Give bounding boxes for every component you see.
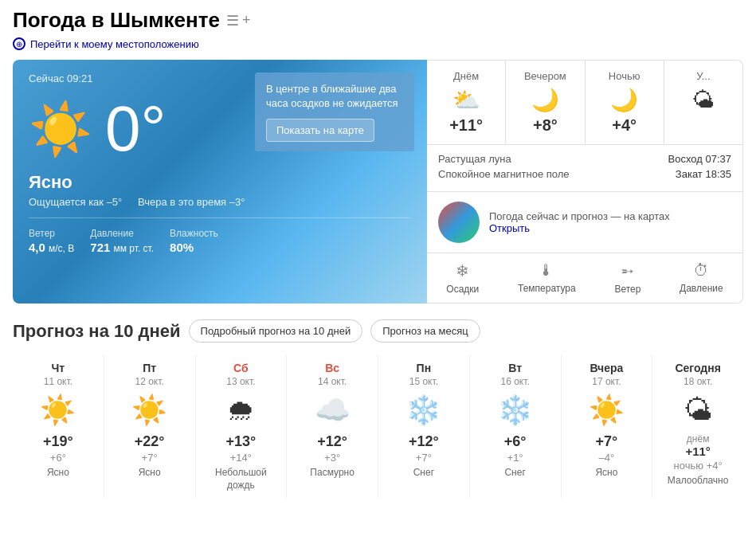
day-low: +14°: [201, 452, 282, 464]
period-night: Ночью 🌙 +4°: [586, 61, 664, 144]
header-icons: ☰ +: [226, 12, 251, 29]
feels-like: Ощущается как –5° Вчера в это время –3°: [29, 196, 411, 208]
forecast-section: Прогноз на 10 дней Подробный прогноз на …: [13, 319, 743, 498]
day-icon: 🌤: [657, 394, 738, 427]
moon-row: Растущая луна Восход 07:37 Спокойное маг…: [427, 145, 742, 192]
evening-icon: 🌙: [514, 87, 576, 113]
day-low: –4°: [566, 452, 648, 464]
precipitation-icon-item[interactable]: ❄ Осадки: [446, 261, 479, 295]
forecast-day: Пт 12 окт. ☀️ +22° +7° Ясно: [104, 355, 196, 498]
wind-icon-item[interactable]: ➵ Ветер: [614, 261, 640, 295]
pressure-value: 721 мм рт. ст.: [90, 241, 154, 254]
morning-icon: 🌤: [672, 87, 734, 113]
list-icon[interactable]: ☰: [226, 12, 239, 29]
day-icon: ❄️: [475, 394, 556, 427]
forecast-day: Сегодня 18 окт. 🌤 днём +11° ночью +4° Ма…: [652, 355, 743, 498]
day-name: Пт: [109, 362, 190, 374]
daytime-icon: ⛅: [435, 87, 497, 113]
day-low: +7°: [383, 452, 464, 464]
pressure-icon-item[interactable]: ⏱ Давление: [680, 261, 723, 295]
temperature-icon-item[interactable]: 🌡 Температура: [518, 261, 576, 295]
day-condition: Ясно: [109, 467, 190, 480]
current-temp: 0°: [105, 92, 166, 166]
wind-value: 4,0 м/с, В: [29, 241, 74, 254]
day-high: +11°: [657, 444, 738, 458]
forecast-days: Чт 11 окт. ☀️ +19° +6° Ясно Пт 12 окт. ☀…: [13, 355, 743, 498]
location-icon: ⊕: [13, 37, 25, 50]
forecast-day: Вс 14 окт. ☁️ +12° +3° Пасмурно: [287, 355, 378, 498]
day-high: +7°: [566, 433, 648, 450]
day-name: Вчера: [566, 362, 648, 374]
forecast-day: Вт 16 окт. ❄️ +6° +1° Снег: [470, 355, 562, 498]
day-name: Чт: [18, 362, 99, 374]
day-condition: Снег: [475, 467, 556, 480]
forecast-popup: В центре в ближайшие два часа осадков не…: [255, 72, 414, 151]
day-icon: 🌧: [201, 394, 282, 427]
forecast-header: Прогноз на 10 дней Подробный прогноз на …: [13, 319, 743, 343]
day-date: 14 окт.: [292, 376, 373, 387]
day-name: Сб: [201, 362, 282, 374]
day-icon: ☀️: [18, 394, 99, 427]
pressure-icon: ⏱: [693, 261, 709, 280]
period-row: Днём ⛅ +11° Вечером 🌙 +8° Ночью 🌙 +4° У.…: [427, 61, 742, 145]
humidity-detail: Влажность 80%: [170, 228, 218, 254]
day-date: 16 окт.: [475, 376, 556, 387]
location-link[interactable]: ⊕ Перейти к моему местоположению: [13, 37, 743, 50]
period-daytime: Днём ⛅ +11°: [427, 61, 506, 144]
period-evening: Вечером 🌙 +8°: [506, 61, 585, 144]
right-panel: Днём ⛅ +11° Вечером 🌙 +8° Ночью 🌙 +4° У.…: [427, 60, 743, 303]
wind-icon: ➵: [621, 261, 634, 280]
day-high: +12°: [292, 433, 373, 450]
day-date: 15 окт.: [383, 376, 464, 387]
detailed-forecast-button[interactable]: Подробный прогноз на 10 дней: [189, 319, 363, 343]
wind-detail: Ветер 4,0 м/с, В: [29, 228, 74, 254]
night-icon: 🌙: [593, 87, 656, 113]
day-high: +12°: [383, 433, 464, 450]
show-on-map-button[interactable]: Показать на карте: [266, 119, 374, 142]
add-icon[interactable]: +: [242, 12, 251, 29]
map-text: Погода сейчас и прогноз — на картах Откр…: [489, 210, 670, 234]
moon-magnetic: Спокойное магнитное поле Закат 18:35: [438, 168, 731, 180]
map-open-link[interactable]: Открыть: [489, 222, 670, 234]
day-high: +19°: [18, 433, 99, 450]
day-low: +7°: [109, 452, 190, 464]
day-icon: ☀️: [109, 394, 190, 427]
map-thumbnail: [438, 202, 480, 243]
day-icon: ☁️: [292, 394, 373, 427]
temperature-icon: 🌡: [539, 261, 554, 280]
day-low: +3°: [292, 452, 373, 464]
forecast-day: Чт 11 окт. ☀️ +19° +6° Ясно: [13, 355, 104, 498]
day-name: Сегодня: [657, 362, 738, 374]
page-title: Погода в Шымкенте: [13, 8, 220, 33]
weather-details: Ветер 4,0 м/с, В Давление 721 мм рт. ст.…: [29, 217, 411, 254]
forecast-popup-text: В центре в ближайшие два часа осадков не…: [266, 82, 403, 111]
moon-phase: Растущая луна Восход 07:37: [438, 153, 731, 165]
day-date: 11 окт.: [18, 376, 99, 387]
day-date: 18 окт.: [657, 376, 738, 387]
day-low: ночью +4°: [657, 460, 738, 472]
day-condition: Ясно: [18, 467, 99, 480]
day-high: +22°: [109, 433, 190, 450]
map-icons: ❄ Осадки 🌡 Температура ➵ Ветер ⏱ Давлени…: [427, 253, 742, 303]
pressure-detail: Давление 721 мм рт. ст.: [90, 228, 154, 254]
day-name: Пн: [383, 362, 464, 374]
day-date: 13 окт.: [201, 376, 282, 387]
day-high: +13°: [201, 433, 282, 450]
day-condition: Малооблачно: [657, 475, 738, 488]
day-icon: ☀️: [566, 394, 648, 427]
day-temp-label: днём: [657, 433, 738, 444]
precipitation-icon: ❄: [456, 261, 469, 280]
forecast-day: Вчера 17 окт. ☀️ +7° –4° Ясно: [562, 355, 653, 498]
day-name: Вт: [475, 362, 556, 374]
day-date: 12 окт.: [109, 376, 190, 387]
current-weather-panel: Сейчас 09:21 В центре в ближайшие два ча…: [13, 60, 427, 303]
monthly-forecast-button[interactable]: Прогноз на месяц: [370, 319, 480, 343]
day-low: +1°: [475, 452, 556, 464]
weather-condition: Ясно: [29, 172, 411, 193]
sun-icon: ☀️: [29, 104, 92, 155]
forecast-day: Сб 13 окт. 🌧 +13° +14° Небольшой дождь: [196, 355, 288, 498]
weather-main: Сейчас 09:21 В центре в ближайшие два ча…: [13, 60, 743, 303]
day-name: Вс: [292, 362, 373, 374]
day-condition: Снег: [383, 467, 464, 480]
forecast-title: Прогноз на 10 дней: [13, 321, 181, 342]
